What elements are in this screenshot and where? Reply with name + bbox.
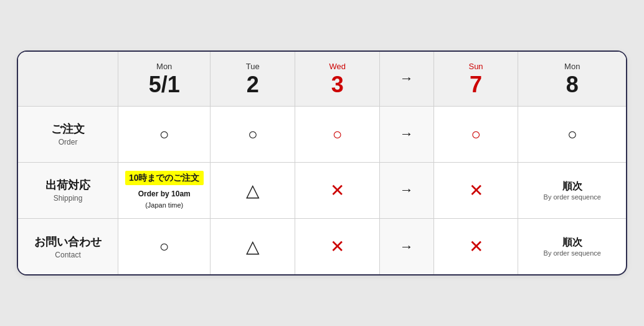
cross-icon-red: ✕ xyxy=(469,237,483,256)
cell-contact-wed3: ✕ xyxy=(295,218,380,274)
triangle-icon: △ xyxy=(246,181,260,200)
cell-shipping-mon8: 順次 By order sequence xyxy=(518,162,626,218)
sequence-en-contact: By order sequence xyxy=(521,249,623,257)
day-number-sun7: 7 xyxy=(439,74,513,96)
cell-order-sun7: ○ xyxy=(433,106,518,162)
highlight-jp-text: 10時までのご注文 xyxy=(125,171,204,185)
row-shipping: 出荷対応 Shipping 10時までのご注文 Order by 10am (J… xyxy=(18,162,626,218)
day-number-mon8: 8 xyxy=(523,74,621,96)
sequence-jp-contact: 順次 xyxy=(521,236,623,249)
day-number-mon51: 5/1 xyxy=(123,74,205,96)
row-contact: お問い合わせ Contact ○ △ ✕ → ✕ xyxy=(18,218,626,274)
cell-order-wed3: ○ xyxy=(295,106,380,162)
circle-icon: ○ xyxy=(248,125,258,143)
highlight-sub-label: (Japan time) xyxy=(145,201,183,209)
cell-order-mon51: ○ xyxy=(118,106,211,162)
cell-shipping-arrow: → xyxy=(380,162,433,218)
day-label-mon8: Mon xyxy=(523,62,621,71)
header-mon8: Mon 8 xyxy=(518,52,626,107)
cell-contact-sun7: ✕ xyxy=(433,218,518,274)
circle-icon: ○ xyxy=(567,125,577,143)
header-wed3: Wed 3 xyxy=(295,52,380,107)
sequence-en-shipping: By order sequence xyxy=(521,193,623,201)
cell-shipping-mon51: 10時までのご注文 Order by 10am (Japan time) xyxy=(118,162,211,218)
cell-contact-mon51: ○ xyxy=(118,218,211,274)
day-label-mon51: Mon xyxy=(123,62,205,71)
row-label-jp-order: ご注文 xyxy=(21,122,115,137)
schedule-table: Mon 5/1 Tue 2 Wed 3 → Sun 7 xyxy=(17,50,627,276)
day-number-tue2: 2 xyxy=(215,74,290,96)
row-label-shipping: 出荷対応 Shipping xyxy=(18,162,118,218)
cell-contact-mon8: 順次 By order sequence xyxy=(518,218,626,274)
row-label-en-shipping: Shipping xyxy=(21,194,115,203)
cell-contact-tue2: △ xyxy=(211,218,295,274)
highlight-jp-label: 10時までのご注文 xyxy=(129,173,200,183)
row-label-en-contact: Contact xyxy=(21,251,115,259)
row-label-jp-shipping: 出荷対応 xyxy=(21,178,115,193)
triangle-icon: △ xyxy=(246,237,260,256)
header-row: Mon 5/1 Tue 2 Wed 3 → Sun 7 xyxy=(18,52,626,107)
cell-shipping-sun7: ✕ xyxy=(433,162,518,218)
row-order: ご注文 Order ○ ○ ○ → ○ ○ xyxy=(18,106,626,162)
circle-icon-red: ○ xyxy=(333,125,343,143)
cell-order-tue2: ○ xyxy=(211,106,295,162)
day-number-wed3: 3 xyxy=(300,74,374,96)
highlight-en-label: Order by 10am xyxy=(138,189,191,198)
row-label-en-order: Order xyxy=(21,138,115,146)
circle-icon-red: ○ xyxy=(471,125,481,143)
row-label-order: ご注文 Order xyxy=(18,106,118,162)
day-label-tue2: Tue xyxy=(215,62,290,71)
day-label-wed3: Wed xyxy=(300,62,374,71)
circle-icon: ○ xyxy=(159,125,169,143)
arrow-icon: → xyxy=(400,182,414,198)
cell-contact-arrow: → xyxy=(380,218,433,274)
header-tue2: Tue 2 xyxy=(211,52,295,107)
header-arrow-icon: → xyxy=(400,70,414,86)
circle-icon: ○ xyxy=(159,237,169,256)
day-label-sun7: Sun xyxy=(439,62,513,71)
cross-icon-red: ✕ xyxy=(330,181,344,200)
cross-icon-red: ✕ xyxy=(330,237,344,256)
cell-shipping-wed3: ✕ xyxy=(295,162,380,218)
cell-order-mon8: ○ xyxy=(518,106,626,162)
row-label-jp-contact: お問い合わせ xyxy=(21,234,115,249)
cross-icon-red: ✕ xyxy=(469,181,483,200)
arrow-icon: → xyxy=(400,126,414,141)
row-label-contact: お問い合わせ Contact xyxy=(18,218,118,274)
cell-shipping-tue2: △ xyxy=(211,162,295,218)
header-arrow: → xyxy=(380,52,433,107)
arrow-icon: → xyxy=(400,239,414,254)
header-label-col xyxy=(18,52,118,107)
cell-order-arrow: → xyxy=(380,106,433,162)
sequence-jp-shipping: 順次 xyxy=(521,180,623,193)
header-sun7: Sun 7 xyxy=(433,52,518,107)
header-mon51: Mon 5/1 xyxy=(118,52,211,107)
